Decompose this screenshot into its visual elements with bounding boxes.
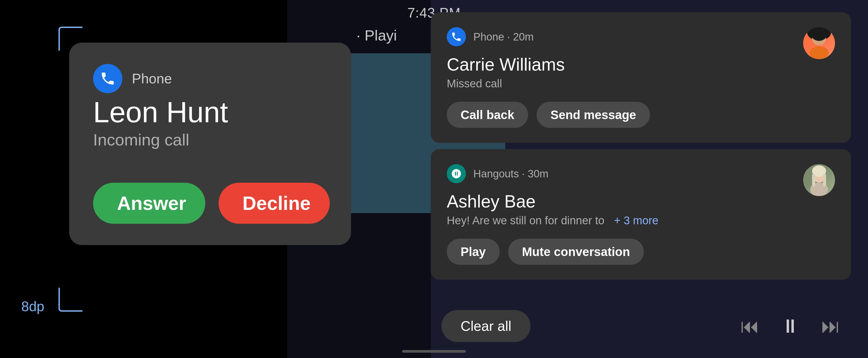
avatar-carrie-svg	[803, 27, 835, 59]
hangouts-glyph	[451, 168, 462, 179]
more-badge: + 3 more	[614, 214, 658, 227]
notif-actions-2: Play Mute conversation	[447, 239, 835, 265]
notification-panel: Phone · 20m Carrie Williams Missed call …	[431, 12, 851, 286]
send-message-button[interactable]: Send message	[537, 102, 650, 128]
pause-button[interactable]: ⏸	[781, 315, 800, 337]
avatar-ashley	[803, 164, 835, 196]
svg-point-1	[809, 46, 829, 59]
card-app-name: Phone	[132, 71, 172, 87]
notif-phone-icon	[447, 27, 466, 46]
notif-card-phone: Phone · 20m Carrie Williams Missed call …	[431, 12, 851, 143]
notif-top-row-1: Phone · 20m	[447, 27, 835, 46]
notif-avatar-1	[803, 27, 835, 59]
notif-actions-1: Call back Send message	[447, 102, 835, 128]
notif-app-meta-1: Phone · 20m	[473, 31, 534, 43]
dp-label: 8dp	[21, 298, 44, 314]
card-header: Phone	[93, 64, 330, 93]
notif-top-row-2: Hangouts · 30m	[447, 164, 835, 183]
notif-message-row: Hey! Are we still on for dinner to + 3 m…	[447, 214, 835, 227]
card-caller-name: Leon Hunt	[93, 96, 330, 128]
avatar-ashley-svg	[803, 164, 835, 196]
bracket-bottom-left	[59, 288, 83, 312]
call-back-button[interactable]: Call back	[447, 102, 528, 128]
notif-hangouts-icon	[447, 164, 466, 183]
decline-button[interactable]: Decline	[219, 183, 330, 224]
play-button[interactable]: Play	[447, 239, 500, 265]
card-call-status: Incoming call	[93, 130, 330, 149]
card-actions: Answer Decline	[93, 183, 330, 224]
phone-icon-circle	[93, 64, 122, 93]
next-button[interactable]: ⏭	[821, 315, 840, 337]
phone-glyph	[451, 31, 462, 43]
notif-title-2: Ashley Bae	[447, 191, 835, 212]
notif-avatar-2	[803, 164, 835, 196]
notif-title-1: Carrie Williams	[447, 54, 835, 75]
clear-all-button[interactable]: Clear all	[441, 310, 530, 342]
bottom-bar: Clear all ⏮ ⏸ ⏭	[431, 310, 851, 342]
notif-card-hangouts: Hangouts · 30m Ashley Bae Hey! Are we st…	[431, 149, 851, 280]
svg-rect-7	[823, 174, 826, 187]
mute-conversation-button[interactable]: Mute conversation	[508, 239, 644, 265]
media-controls: ⏮ ⏸ ⏭	[740, 315, 840, 337]
incoming-call-card: Phone Leon Hunt Incoming call Answer Dec…	[69, 43, 351, 245]
notif-message-text: Hey! Are we still on for dinner to	[447, 214, 604, 227]
phone-icon	[100, 71, 116, 87]
home-indicator	[402, 350, 466, 353]
prev-button[interactable]: ⏮	[740, 315, 760, 337]
svg-rect-6	[812, 174, 815, 187]
avatar-carrie	[803, 27, 835, 59]
playing-hint: · Playi	[356, 27, 397, 44]
notif-subtitle-1: Missed call	[447, 77, 835, 90]
answer-button[interactable]: Answer	[93, 183, 205, 224]
notif-app-meta-2: Hangouts · 30m	[473, 168, 548, 180]
